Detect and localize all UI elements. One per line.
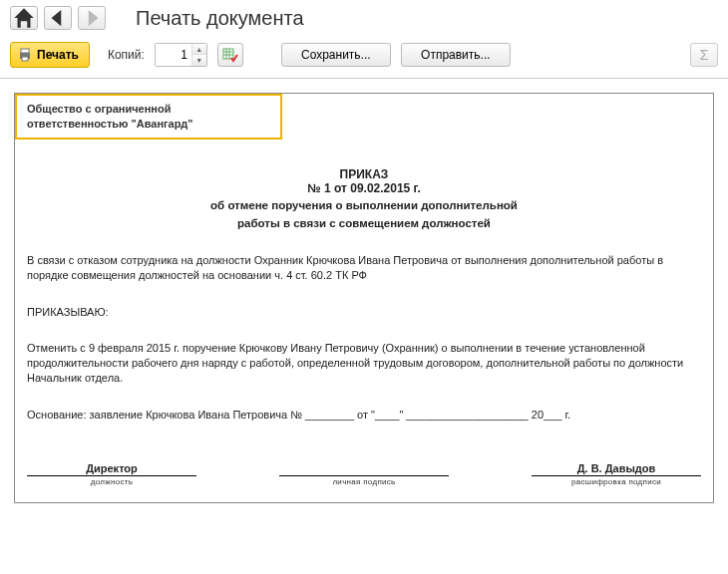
copies-up[interactable]: ▲ (192, 44, 206, 55)
signature-position: Директор должность (27, 462, 196, 486)
svg-rect-4 (223, 49, 233, 59)
doc-basis: Основание: заявление Крючкова Ивана Петр… (27, 408, 701, 423)
document-area: Общество с ограниченной ответственностью… (0, 79, 728, 517)
signature-row: Директор должность личная подпись Д. В. … (27, 462, 701, 486)
print-button-label: Печать (37, 48, 79, 62)
svg-point-3 (28, 54, 30, 56)
table-check-icon (222, 47, 238, 63)
forward-button[interactable] (78, 6, 106, 30)
header-bar: Печать документа (0, 0, 728, 36)
doc-order-text: Отменить с 9 февраля 2015 г. поручение К… (27, 341, 701, 386)
home-button[interactable] (10, 6, 38, 30)
doc-subject-1: об отмене поручения о выполнении дополни… (27, 197, 701, 213)
signature-sign-caption: личная подпись (279, 477, 449, 486)
printer-icon (17, 47, 33, 63)
copies-down[interactable]: ▼ (192, 55, 206, 66)
print-button[interactable]: Печать (10, 42, 90, 68)
svg-rect-1 (21, 49, 29, 53)
signature-sign-line (279, 462, 449, 476)
copies-input[interactable] (156, 44, 191, 66)
sum-button[interactable]: Σ (690, 43, 718, 67)
doc-number-line: № 1 от 09.02.2015 г. (27, 181, 701, 195)
signature-position-caption: должность (27, 477, 196, 486)
organization-box: Общество с ограниченной ответственностью… (15, 94, 282, 140)
signature-name-value: Д. В. Давыдов (532, 462, 701, 476)
doc-heading: ПРИКАЗ (27, 167, 701, 181)
doc-subject-2: работы в связи с совмещением должностей (27, 215, 701, 231)
signature-sign: личная подпись (279, 462, 449, 486)
doc-order-word: ПРИКАЗЫВАЮ: (27, 305, 701, 320)
signature-name-caption: расшифровка подписи (532, 477, 701, 486)
signature-name: Д. В. Давыдов расшифровка подписи (532, 462, 701, 486)
send-button[interactable]: Отправить... (401, 43, 511, 67)
svg-rect-2 (22, 57, 28, 61)
copies-spinner[interactable]: ▲ ▼ (155, 43, 207, 67)
signature-position-value: Директор (27, 462, 196, 476)
doc-preamble: В связи с отказом сотрудника на должност… (27, 253, 701, 283)
document-page: Общество с ограниченной ответственностью… (14, 93, 714, 503)
save-button[interactable]: Сохранить... (281, 43, 391, 67)
toolbar: Печать Копий: ▲ ▼ Сохранить... Отправить… (0, 36, 728, 79)
page-title: Печать документа (136, 7, 304, 30)
copies-label: Копий: (108, 48, 145, 62)
preview-settings-button[interactable] (217, 43, 243, 67)
back-button[interactable] (44, 6, 72, 30)
